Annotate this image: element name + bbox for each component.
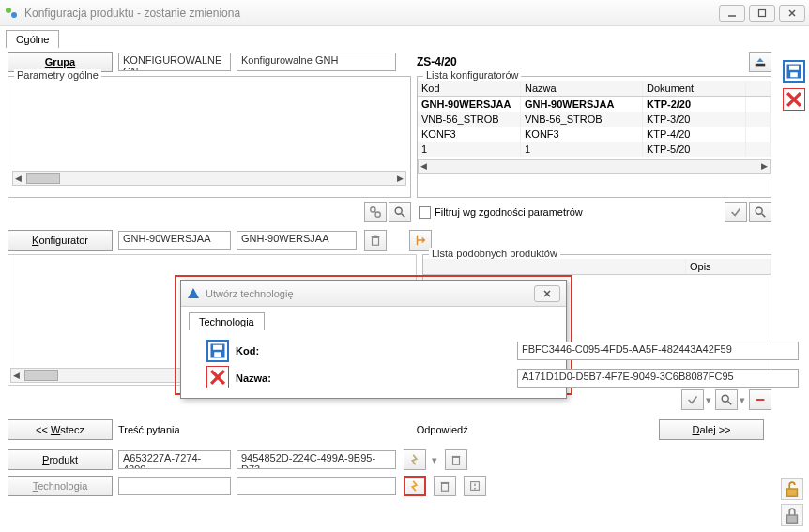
window-title: Konfiguracja produktu - zostanie zmienio… bbox=[24, 7, 719, 20]
svg-rect-38 bbox=[214, 352, 221, 357]
upload-button[interactable] bbox=[749, 52, 771, 72]
svg-point-22 bbox=[722, 395, 728, 402]
technologia-name-input[interactable] bbox=[237, 477, 396, 495]
cfg-row[interactable]: VNB-56_STROBVNB-56_STROBKTP-3/20 bbox=[418, 112, 771, 127]
svg-rect-3 bbox=[759, 9, 766, 16]
similar-search-button[interactable] bbox=[715, 389, 738, 410]
cfg-search-button[interactable] bbox=[749, 202, 771, 222]
cfg-list-legend: Lista konfiguratorów bbox=[423, 69, 521, 81]
produkt-run-button[interactable] bbox=[404, 449, 426, 470]
svg-point-1 bbox=[11, 12, 17, 18]
similar-grid-header: Opis bbox=[423, 259, 771, 275]
dialog-tab-technologia[interactable]: Technologia bbox=[189, 312, 265, 330]
konfigurator-delete-button[interactable] bbox=[364, 230, 387, 251]
svg-rect-33 bbox=[787, 515, 798, 523]
cfg-apply-button[interactable] bbox=[725, 202, 747, 222]
cfg-hscroll[interactable]: ◀▶ bbox=[418, 159, 771, 174]
maximize-button[interactable] bbox=[749, 5, 775, 22]
next-button[interactable]: Dalej >> bbox=[659, 419, 764, 440]
params-link-button[interactable] bbox=[364, 202, 387, 222]
dialog-cancel-button[interactable] bbox=[206, 366, 229, 388]
zs-code: ZS-4/20 bbox=[417, 55, 457, 68]
filter-checkbox[interactable] bbox=[419, 206, 431, 219]
dialog-save-button[interactable] bbox=[206, 340, 229, 362]
params-search-button[interactable] bbox=[389, 202, 411, 222]
app-icon bbox=[4, 6, 19, 21]
cfg-row[interactable]: GNH-90WERSJAAGNH-90WERSJAAKTP-2/20 bbox=[418, 97, 771, 112]
dialog-icon bbox=[187, 287, 200, 300]
technologia-button[interactable]: Technologia bbox=[8, 476, 113, 496]
dialog-nazwa-input[interactable]: A171D1D0-D5B7-4F7E-9049-3C6B8087FC95 bbox=[517, 369, 799, 388]
lock-closed-button[interactable] bbox=[781, 504, 803, 526]
similar-apply-button[interactable] bbox=[681, 389, 704, 410]
grupa-name-input[interactable]: Konfigurowalne GNH bbox=[237, 53, 396, 71]
konfigurator-name-input[interactable]: GNH-90WERSJAA bbox=[237, 231, 357, 250]
dialog-kod-label: Kod: bbox=[236, 345, 517, 357]
back-button[interactable]: << Wstecz bbox=[8, 419, 113, 440]
svg-point-0 bbox=[6, 8, 11, 13]
konfigurator-button[interactable]: Konfigurator bbox=[8, 230, 113, 251]
technologia-run-button[interactable] bbox=[404, 476, 426, 496]
grupa-code-input[interactable]: KONFIGUROWALNE GN bbox=[118, 53, 231, 71]
dialog-nazwa-label: Nazwa: bbox=[236, 372, 517, 384]
svg-rect-32 bbox=[787, 489, 798, 496]
minimize-button[interactable] bbox=[719, 5, 745, 22]
technologia-delete-button[interactable] bbox=[434, 476, 456, 496]
dialog-title: Utwórz technologię bbox=[206, 288, 294, 299]
params-hscroll[interactable]: ◀▶ bbox=[12, 171, 406, 186]
cfg-row[interactable]: 11KTP-5/20 bbox=[418, 142, 771, 157]
similar-remove-button[interactable] bbox=[749, 389, 771, 410]
technologia-info-button[interactable] bbox=[464, 476, 486, 496]
filter-label: Filtruj wg zgodności parametrów bbox=[435, 206, 583, 218]
question-label: Treść pytania bbox=[118, 424, 180, 435]
close-button[interactable] bbox=[779, 5, 805, 22]
svg-point-31 bbox=[474, 488, 476, 490]
technologia-code-input[interactable] bbox=[118, 477, 231, 495]
answer-label: Odpowiedź bbox=[417, 424, 468, 435]
tab-general[interactable]: Ogólne bbox=[6, 30, 59, 48]
svg-line-15 bbox=[402, 214, 405, 218]
cfg-grid-header: Kod Nazwa Dokument bbox=[418, 81, 771, 97]
lock-open-button[interactable] bbox=[781, 478, 803, 500]
cfg-row[interactable]: KONF3KONF3KTP-4/20 bbox=[418, 127, 771, 142]
dialog-kod-input[interactable]: FBFC3446-C095-4FD5-AA5F-482443A42F59 bbox=[517, 342, 799, 360]
svg-rect-19 bbox=[373, 237, 379, 245]
produkt-name-input[interactable]: 9454852D-224C-499A-9B95-D73 bbox=[237, 450, 396, 469]
produkt-delete-button[interactable] bbox=[445, 449, 467, 470]
svg-line-18 bbox=[762, 214, 766, 218]
dialog-close-button[interactable] bbox=[534, 285, 560, 302]
produkt-code-input[interactable]: A653227A-7274-4290- bbox=[118, 450, 231, 469]
svg-rect-16 bbox=[756, 64, 766, 67]
similar-legend: Lista podobnych produktów bbox=[429, 248, 560, 259]
produkt-button[interactable]: Produkt bbox=[8, 449, 113, 470]
svg-line-13 bbox=[374, 211, 376, 213]
svg-line-23 bbox=[728, 402, 732, 405]
svg-rect-27 bbox=[442, 483, 449, 491]
svg-point-17 bbox=[756, 207, 762, 214]
svg-point-14 bbox=[395, 207, 402, 214]
params-legend: Parametry ogólne bbox=[14, 69, 101, 81]
svg-rect-37 bbox=[213, 345, 222, 350]
konfigurator-code-input[interactable]: GNH-90WERSJAA bbox=[118, 231, 231, 250]
svg-rect-25 bbox=[453, 457, 460, 464]
